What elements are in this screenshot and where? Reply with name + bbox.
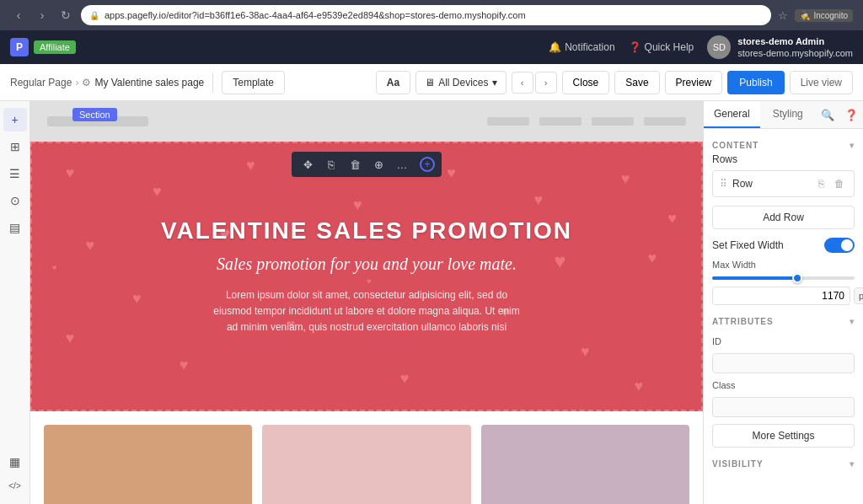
redo-btn[interactable]: ›: [535, 72, 557, 94]
rows-label: Rows: [712, 153, 855, 165]
url-bar[interactable]: 🔒 apps.pagefly.io/editor?id=b36ff1e6-38a…: [81, 5, 771, 25]
notification-btn[interactable]: 🔔 Notification: [549, 41, 614, 53]
pagefly-icon: P: [10, 38, 29, 56]
add-tool-btn[interactable]: +: [420, 157, 435, 172]
content-section-header: CONTENT ▾: [712, 136, 855, 153]
header-nav-item: [487, 117, 529, 126]
delete-tool-btn[interactable]: 🗑: [346, 155, 364, 174]
sidebar-add-icon[interactable]: +: [3, 108, 27, 131]
section-toolbar: ✥ ⎘ 🗑 ⊕ … +: [292, 152, 442, 177]
visibility-arrow: ▾: [850, 459, 855, 469]
sidebar-pages-icon[interactable]: ☰: [3, 162, 27, 185]
toolbar: Regular Page › ⚙ My Valentine sales page…: [0, 64, 863, 101]
browser-actions: ☆ 🕵 Incognito: [778, 9, 853, 22]
browser-chrome: ‹ › ↻ 🔒 apps.pagefly.io/editor?id=b36ff1…: [0, 0, 863, 30]
star-btn[interactable]: ☆: [778, 9, 788, 22]
product-card-2[interactable]: [262, 425, 470, 504]
toolbar-right: Aa 🖥 All Devices ▾ ‹ › Close Save Previe…: [376, 71, 853, 94]
tab-general[interactable]: General: [704, 101, 760, 128]
row-copy-btn[interactable]: ⎘: [813, 176, 828, 191]
copy-tool-btn[interactable]: ⎘: [322, 155, 340, 174]
products-section: [30, 411, 703, 504]
quick-help-btn[interactable]: ❓ Quick Help: [629, 41, 694, 53]
device-selector[interactable]: 🖥 All Devices ▾: [415, 71, 506, 94]
slider-thumb[interactable]: [792, 273, 802, 283]
attributes-section-header: ATTRIBUTES ▾: [712, 312, 855, 330]
more-tool-btn[interactable]: …: [393, 155, 411, 174]
save-btn[interactable]: Save: [614, 71, 659, 94]
live-view-btn[interactable]: Live view: [790, 71, 853, 94]
help-icon: ❓: [629, 41, 641, 53]
id-label: ID: [712, 336, 855, 346]
move-tool-btn[interactable]: ✥: [298, 155, 317, 174]
sidebar-layers-icon[interactable]: ⊞: [3, 135, 27, 158]
set-fixed-width-row: Set Fixed Width: [712, 238, 855, 253]
panel-tabs: General Styling 🔍 ❓: [704, 101, 863, 129]
user-text: stores-demo Admin stores-demo.myshopify.…: [737, 35, 853, 60]
id-input[interactable]: [712, 353, 855, 373]
affiliate-badge: Affiliate: [34, 40, 76, 54]
row-drag-icon[interactable]: ⠿: [720, 178, 727, 190]
browser-reload-btn[interactable]: ↻: [57, 7, 74, 24]
width-value-row: px: [712, 287, 855, 305]
class-label: Class: [712, 380, 855, 390]
slider-track[interactable]: [712, 276, 855, 280]
sidebar-code-icon[interactable]: </>: [3, 474, 27, 497]
monitor-icon: 🖥: [425, 77, 435, 88]
toolbar-sep-1: [212, 72, 213, 93]
drag-tool-btn[interactable]: ⊕: [369, 155, 388, 174]
template-btn[interactable]: Template: [222, 71, 285, 94]
left-sidebar: + ⊞ ☰ ⊙ ▤ ▦ </>: [0, 101, 30, 504]
sidebar-apps-icon[interactable]: ⊙: [3, 189, 27, 212]
add-row-btn[interactable]: Add Row: [712, 206, 855, 229]
user-store: stores-demo.myshopify.com: [737, 47, 853, 59]
header-placeholder: [30, 101, 703, 142]
class-input[interactable]: [712, 397, 855, 417]
valentine-section[interactable]: ♥ ♥ ♥ ♥ ♥ ♥ ♥ ♥ ♥ ♥ ♥ ♥ ♥ ♥ ♥ ♥ ♥: [30, 142, 703, 411]
publish-btn[interactable]: Publish: [727, 71, 784, 94]
url-text: apps.pagefly.io/editor?id=b36ff1e6-38ac-…: [105, 10, 526, 20]
incognito-badge: 🕵 Incognito: [795, 9, 853, 22]
row-actions: ⎘ 🗑: [813, 176, 847, 191]
tab-styling[interactable]: Styling: [760, 101, 817, 128]
slider-fill: [712, 276, 797, 280]
undo-btn[interactable]: ‹: [512, 72, 533, 94]
canvas-area[interactable]: Section ✥ ⎘ 🗑 ⊕ … +: [30, 101, 703, 504]
browser-forward-btn[interactable]: ›: [34, 7, 51, 24]
slider-container: [712, 276, 855, 280]
fixed-width-toggle[interactable]: [824, 238, 855, 253]
content-section-arrow: ▾: [850, 141, 855, 150]
row-name: Row: [732, 178, 808, 190]
product-card-1[interactable]: [44, 425, 252, 504]
settings-icon: ⚙: [82, 77, 91, 88]
avatar: SD: [707, 35, 731, 59]
valentine-content: VALENTINE SALES PROMOTION Sales promotio…: [144, 184, 589, 370]
more-settings-btn[interactable]: More Settings: [712, 424, 855, 448]
breadcrumb-root[interactable]: Regular Page: [10, 77, 72, 88]
product-card-3[interactable]: [481, 425, 689, 504]
row-delete-btn[interactable]: 🗑: [832, 176, 847, 191]
close-btn[interactable]: Close: [562, 71, 610, 94]
preview-btn[interactable]: Preview: [665, 71, 723, 94]
chevron-down-icon: ▾: [492, 77, 497, 88]
browser-back-btn[interactable]: ‹: [10, 7, 27, 24]
nav-arrows: ‹ ›: [512, 72, 557, 94]
header-nav-item: [644, 117, 686, 126]
valentine-description: Lorem ipsum dolor sit amet, consectetur …: [206, 287, 527, 336]
sidebar-bottom-bar-icon[interactable]: ▦: [3, 450, 27, 474]
breadcrumb-sep: ›: [75, 77, 78, 88]
search-panel-btn[interactable]: 🔍: [816, 101, 839, 128]
help-panel-btn[interactable]: ❓: [839, 101, 863, 128]
breadcrumb: Regular Page › ⚙ My Valentine sales page: [10, 77, 204, 88]
attributes-arrow: ▾: [850, 317, 855, 326]
lock-icon: 🔒: [89, 11, 99, 20]
sidebar-media-icon[interactable]: ▤: [3, 216, 27, 239]
user-name: stores-demo Admin: [737, 35, 853, 47]
max-width-field-label: Max Width: [712, 260, 855, 270]
max-width-input[interactable]: [712, 287, 850, 305]
format-btn[interactable]: Aa: [376, 71, 410, 94]
main-layout: + ⊞ ☰ ⊙ ▤ ▦ </> Section ✥ ⎘ 🗑 ⊕ … +: [0, 101, 863, 504]
section-tooltip: Section: [72, 108, 117, 121]
set-fixed-width-label: Set Fixed Width: [712, 239, 784, 251]
row-item: ⠿ Row ⎘ 🗑: [712, 170, 855, 197]
